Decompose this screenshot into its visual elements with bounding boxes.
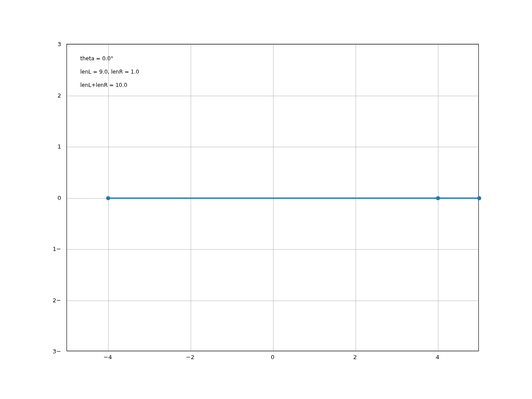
gridline-horizontal [67, 96, 478, 96]
series-point [106, 196, 110, 200]
annotation-text: theta = 0.0° [80, 55, 113, 62]
series-line [108, 197, 438, 199]
series-line [438, 197, 479, 199]
gridline-horizontal [67, 352, 478, 352]
series-point [436, 196, 440, 200]
series-point [477, 196, 481, 200]
xtick-label: −2 [186, 354, 194, 360]
annotation-text: lenL = 9.0, lenR = 1.0 [80, 69, 139, 75]
annotation-text: lenL+lenR = 10.0 [80, 82, 127, 88]
figure: theta = 0.0°lenL = 9.0, lenR = 1.0lenL+l… [0, 0, 532, 399]
gridline-horizontal [67, 301, 478, 301]
xtick-label: 0 [271, 354, 274, 360]
xtick-label: −4 [103, 354, 112, 360]
gridline-horizontal [67, 147, 478, 147]
xtick-label: 2 [353, 354, 357, 360]
axes-frame: theta = 0.0°lenL = 9.0, lenR = 1.0lenL+l… [66, 44, 479, 351]
xtick-label: 4 [436, 354, 439, 360]
gridline-horizontal [67, 44, 478, 45]
gridline-horizontal [67, 249, 478, 250]
